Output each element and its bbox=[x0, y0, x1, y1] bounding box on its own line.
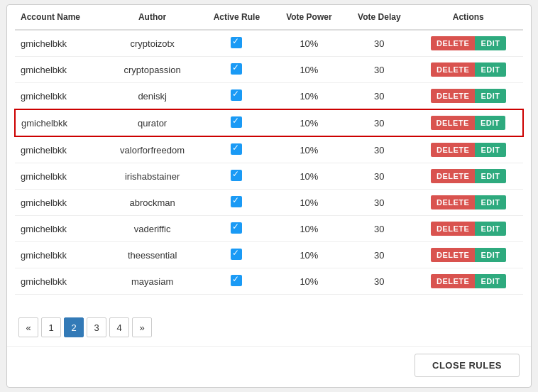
table-row: gmichelbkkdeniskj10%30DELETEEDIT bbox=[15, 83, 523, 110]
cell-vote-power: 10% bbox=[273, 57, 345, 83]
active-rule-checkbox[interactable] bbox=[231, 116, 242, 128]
cell-actions: DELETEEDIT bbox=[414, 216, 523, 242]
active-rule-checkbox[interactable] bbox=[231, 89, 242, 101]
table-row: gmichelbkktheessential10%30DELETEEDIT bbox=[15, 242, 523, 268]
edit-button[interactable]: EDIT bbox=[475, 116, 505, 130]
cell-author: theessential bbox=[104, 242, 200, 268]
active-rule-checkbox[interactable] bbox=[231, 63, 242, 75]
delete-button[interactable]: DELETE bbox=[431, 116, 475, 130]
cell-vote-delay: 30 bbox=[345, 136, 413, 163]
cell-active-rule bbox=[200, 216, 273, 242]
edit-button[interactable]: EDIT bbox=[475, 143, 505, 157]
cell-account-name: gmichelbkk bbox=[15, 109, 104, 136]
pagination: « 1 2 3 4 » bbox=[7, 309, 531, 346]
delete-button[interactable]: DELETE bbox=[431, 143, 475, 157]
cell-author: deniskj bbox=[104, 83, 200, 110]
edit-button[interactable]: EDIT bbox=[475, 62, 505, 77]
edit-button[interactable]: EDIT bbox=[475, 248, 505, 262]
cell-vote-delay: 30 bbox=[345, 216, 413, 242]
pagination-page-4[interactable]: 4 bbox=[109, 317, 129, 337]
edit-button[interactable]: EDIT bbox=[475, 195, 505, 209]
cell-vote-delay: 30 bbox=[345, 242, 413, 268]
cell-actions: DELETEEDIT bbox=[414, 109, 523, 136]
cell-actions: DELETEEDIT bbox=[414, 30, 523, 57]
delete-button[interactable]: DELETE bbox=[431, 248, 475, 262]
cell-active-rule bbox=[200, 242, 273, 268]
cell-vote-power: 10% bbox=[273, 83, 345, 110]
cell-active-rule bbox=[200, 136, 273, 163]
cell-vote-power: 10% bbox=[273, 242, 345, 268]
pagination-page-3[interactable]: 3 bbox=[87, 317, 106, 337]
footer: CLOSE RULES bbox=[7, 346, 531, 387]
cell-vote-delay: 30 bbox=[345, 163, 413, 190]
edit-button[interactable]: EDIT bbox=[475, 274, 505, 288]
cell-vote-delay: 30 bbox=[345, 190, 413, 216]
cell-actions: DELETEEDIT bbox=[414, 242, 523, 268]
cell-vote-power: 10% bbox=[273, 109, 345, 136]
delete-button[interactable]: DELETE bbox=[431, 169, 475, 183]
cell-account-name: gmichelbkk bbox=[15, 190, 104, 216]
cell-actions: DELETEEDIT bbox=[414, 190, 523, 216]
active-rule-checkbox[interactable] bbox=[231, 143, 242, 155]
edit-button[interactable]: EDIT bbox=[475, 36, 505, 50]
table-row: gmichelbkkcryptoizotx10%30DELETEEDIT bbox=[15, 30, 523, 57]
active-rule-checkbox[interactable] bbox=[231, 37, 242, 48]
cell-vote-delay: 30 bbox=[345, 268, 413, 295]
cell-account-name: gmichelbkk bbox=[15, 163, 104, 190]
table-row: gmichelbkkmayasiam10%30DELETEEDIT bbox=[15, 268, 523, 295]
cell-author: irishabstainer bbox=[104, 163, 200, 190]
active-rule-checkbox[interactable] bbox=[231, 222, 242, 234]
delete-button[interactable]: DELETE bbox=[431, 36, 475, 50]
pagination-page-2[interactable]: 2 bbox=[64, 317, 84, 337]
cell-vote-delay: 30 bbox=[345, 57, 413, 83]
cell-actions: DELETEEDIT bbox=[414, 163, 523, 190]
cell-account-name: gmichelbkk bbox=[15, 30, 104, 57]
cell-active-rule bbox=[200, 30, 273, 57]
active-rule-checkbox[interactable] bbox=[231, 196, 242, 207]
table-header-row: Account Name Author Active Rule Vote Pow… bbox=[15, 5, 523, 30]
cell-author: mayasiam bbox=[104, 268, 200, 295]
action-btn-group: DELETEEDIT bbox=[431, 222, 505, 236]
table-row: gmichelbkkabrockman10%30DELETEEDIT bbox=[15, 190, 523, 216]
active-rule-checkbox[interactable] bbox=[231, 170, 242, 181]
pagination-prev[interactable]: « bbox=[18, 317, 38, 337]
close-rules-button[interactable]: CLOSE RULES bbox=[415, 354, 520, 377]
modal-container: Account Name Author Active Rule Vote Pow… bbox=[6, 4, 532, 388]
action-btn-group: DELETEEDIT bbox=[431, 62, 505, 77]
active-rule-checkbox[interactable] bbox=[231, 249, 242, 260]
delete-button[interactable]: DELETE bbox=[431, 195, 475, 209]
action-btn-group: DELETEEDIT bbox=[431, 116, 505, 130]
action-btn-group: DELETEEDIT bbox=[431, 89, 505, 103]
action-btn-group: DELETEEDIT bbox=[431, 248, 505, 262]
col-vote-delay: Vote Delay bbox=[345, 5, 413, 30]
pagination-next[interactable]: » bbox=[132, 317, 152, 337]
table-row: gmichelbkkvalorforfreedom10%30DELETEEDIT bbox=[15, 136, 523, 163]
pagination-page-1[interactable]: 1 bbox=[41, 317, 61, 337]
cell-actions: DELETEEDIT bbox=[414, 136, 523, 163]
cell-vote-power: 10% bbox=[273, 30, 345, 57]
cell-vote-power: 10% bbox=[273, 190, 345, 216]
edit-button[interactable]: EDIT bbox=[475, 222, 505, 236]
delete-button[interactable]: DELETE bbox=[431, 62, 475, 77]
active-rule-checkbox[interactable] bbox=[231, 275, 242, 286]
edit-button[interactable]: EDIT bbox=[475, 89, 505, 103]
rules-table: Account Name Author Active Rule Vote Pow… bbox=[14, 5, 524, 295]
cell-author: qurator bbox=[104, 109, 200, 136]
cell-author: abrockman bbox=[104, 190, 200, 216]
cell-actions: DELETEEDIT bbox=[414, 57, 523, 83]
cell-vote-delay: 30 bbox=[345, 83, 413, 110]
table-container: Account Name Author Active Rule Vote Pow… bbox=[7, 5, 531, 309]
delete-button[interactable]: DELETE bbox=[431, 89, 475, 103]
cell-author: cryptopassion bbox=[104, 57, 200, 83]
cell-vote-delay: 30 bbox=[345, 30, 413, 57]
cell-active-rule bbox=[200, 163, 273, 190]
table-row: gmichelbkkqurator10%30DELETEEDIT bbox=[15, 109, 523, 136]
cell-account-name: gmichelbkk bbox=[15, 268, 104, 295]
cell-vote-delay: 30 bbox=[345, 109, 413, 136]
col-actions: Actions bbox=[414, 5, 523, 30]
cell-author: vaderiffic bbox=[104, 216, 200, 242]
action-btn-group: DELETEEDIT bbox=[431, 143, 505, 157]
edit-button[interactable]: EDIT bbox=[475, 169, 505, 183]
delete-button[interactable]: DELETE bbox=[431, 274, 475, 288]
delete-button[interactable]: DELETE bbox=[431, 222, 475, 236]
